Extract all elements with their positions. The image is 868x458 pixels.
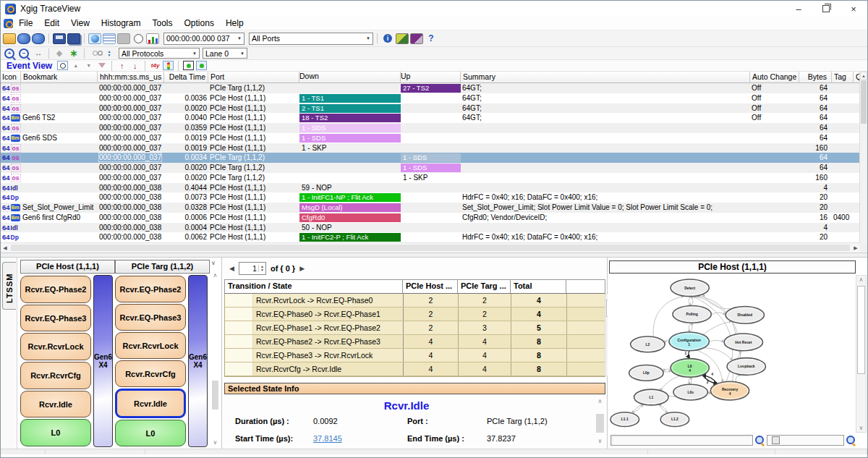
- scrollbar-thumb[interactable]: [596, 414, 604, 433]
- scroll-down-icon[interactable]: ▼: [83, 61, 94, 70]
- table-row[interactable]: 64os000:00:00.000_0370.0359PCIe Host (1,…: [1, 123, 867, 133]
- export-icon[interactable]: [17, 33, 30, 44]
- ltssm-state-rcvr-eq-phase3[interactable]: Rcvr.EQ-Phase3: [115, 304, 186, 331]
- table-row[interactable]: 64os000:00:00.000_0370.0019PCIe Host (1,…: [1, 143, 867, 153]
- scroll-left-arrow[interactable]: ◀: [1, 245, 9, 251]
- state-node-disabled[interactable]: Disabled: [726, 306, 764, 323]
- state-node-l0p[interactable]: L0p: [629, 365, 663, 381]
- menu-options[interactable]: Options: [179, 18, 220, 28]
- state-node-hot-reset[interactable]: Hot Reset: [724, 334, 762, 351]
- table-row[interactable]: 64Dp000:00:00.000_0380.0062PCIe Host (1,…: [1, 232, 867, 242]
- select-region-icon[interactable]: [57, 61, 68, 70]
- time-field[interactable]: 000:00:00.000 037▼: [163, 33, 244, 45]
- scroll-up-icon[interactable]: ∧: [595, 398, 605, 404]
- filter-icon[interactable]: [96, 61, 107, 70]
- page-spinner[interactable]: 1 ▲▼: [239, 262, 266, 275]
- state-node-l2[interactable]: L2: [631, 336, 665, 352]
- menu-edit[interactable]: Edit: [38, 18, 65, 28]
- ltssm-state-rcvr-eq-phase2[interactable]: Rcvr.EQ-Phase2: [115, 276, 186, 302]
- transition-column-header[interactable]: PCIe Host ...: [403, 280, 458, 293]
- transition-column-header[interactable]: Transition / State: [225, 280, 403, 293]
- info-value[interactable]: 37.8145: [313, 434, 407, 443]
- column-header-8[interactable]: Auto Change: [750, 72, 799, 82]
- scrollbar-thumb[interactable]: [11, 245, 850, 251]
- swap-icon[interactable]: ▲ ▼: [103, 48, 116, 59]
- table-row[interactable]: 64BmGen6 TS2000:00:00.000_0370.0040PCIe …: [1, 113, 867, 123]
- page-prev-icon[interactable]: ◀: [229, 265, 234, 272]
- protocols-select[interactable]: All Protocols▼: [119, 48, 200, 59]
- transition-row[interactable]: Rcvr.EQ-Phase3 -> Rcvr.RcvrLock448: [225, 349, 605, 362]
- chart-icon[interactable]: [146, 33, 159, 44]
- ltssm-state-rcvr-eq-phase3[interactable]: Rcvr.EQ-Phase3: [20, 305, 91, 332]
- table-row[interactable]: 64os000:00:00.000_0370.0020PCIe Host (1,…: [1, 103, 867, 114]
- spinner-arrows-icon[interactable]: ▲▼: [258, 265, 265, 272]
- column-header-6[interactable]: Up: [401, 72, 461, 82]
- state-node-l1-2[interactable]: L1.2: [660, 412, 689, 427]
- transition-row[interactable]: Rcvr.RcvrCfg -> Rcvr.Idle448: [225, 362, 605, 376]
- traffic-light-icon[interactable]: [163, 61, 174, 70]
- ltssm-tab[interactable]: LTSSM: [2, 262, 16, 310]
- scroll-down-icon[interactable]: ∨: [856, 425, 866, 431]
- table-row[interactable]: 64BmGen6 first CfgRd0000:00:00.000_0380.…: [1, 213, 867, 223]
- table-row[interactable]: 64os000:00:00.000_0370.0034PCIe Targ (1,…: [1, 153, 867, 163]
- snap-icon[interactable]: ∗: [67, 48, 80, 59]
- table-row[interactable]: 64Idl000:00:00.000_0380.0004PCIe Host (1…: [1, 223, 867, 233]
- diagram-pan-track[interactable]: [610, 435, 753, 446]
- table-row[interactable]: 64os000:00:00.000_0370.0036PCIe Host (1,…: [1, 93, 867, 103]
- tag-icon[interactable]: ◆: [53, 48, 66, 59]
- ltssm-state-rcvr-idle[interactable]: Rcvr.Idle: [20, 391, 91, 418]
- column-header-4[interactable]: Port: [208, 72, 299, 82]
- table-row[interactable]: 64Dp000:00:00.000_0380.0073PCIe Host (1,…: [1, 192, 867, 203]
- scroll-up-icon[interactable]: ∧: [210, 272, 220, 279]
- grid-view-icon[interactable]: [103, 33, 116, 44]
- ltssm-state-rcvr-rcvrcfg[interactable]: Rcvr.RcvrCfg: [20, 362, 91, 389]
- scroll-up-icon[interactable]: ∧: [856, 276, 866, 283]
- histogram-icon[interactable]: [410, 33, 423, 44]
- state-node-configuration[interactable]: Configuration1: [669, 332, 709, 351]
- close-button[interactable]: ×: [840, 1, 867, 17]
- scrollbar-thumb[interactable]: [857, 286, 865, 374]
- table-row[interactable]: 64os000:00:00.000_0370.0020PCIe Targ (1,…: [1, 163, 867, 173]
- state-node-recovery[interactable]: Recovery4: [710, 381, 749, 400]
- state-node-l1[interactable]: L1: [634, 389, 668, 405]
- column-header-0[interactable]: Icon: [1, 72, 21, 82]
- clock-icon[interactable]: [132, 33, 145, 44]
- menu-tools[interactable]: Tools: [147, 18, 179, 28]
- ltssm-state-rcvr-idle[interactable]: Rcvr.Idle: [115, 389, 186, 418]
- ltssm-scrollbar[interactable]: ∧ ∨: [210, 272, 220, 446]
- table-row[interactable]: 64BmGen6 SDS000:00:00.000_0370.0019PCIe …: [1, 133, 867, 143]
- zoom-in-icon[interactable]: [846, 436, 856, 445]
- scroll-right-arrow[interactable]: ▶: [851, 245, 860, 251]
- scroll-down-icon[interactable]: ∨: [595, 438, 605, 444]
- column-header-5[interactable]: Down: [299, 72, 401, 82]
- fit-width-icon[interactable]: ↔: [32, 48, 45, 59]
- zoom-slider-thumb[interactable]: [772, 436, 780, 444]
- search-icon[interactable]: [88, 48, 101, 59]
- table-row[interactable]: 64os000:00:00.000_037PCIe Targ (1,1,2)27…: [1, 83, 867, 93]
- table-row[interactable]: 64BmSet_Slot_Power_Limit000:00:00.000_03…: [1, 203, 867, 213]
- state-node-polling[interactable]: Polling: [673, 305, 711, 323]
- ltssm-state-rcvr-rcvrlock[interactable]: Rcvr.RcvrLock: [115, 332, 186, 359]
- diagram-scrollbar[interactable]: ∧ ∨: [856, 275, 867, 433]
- open-icon[interactable]: [3, 33, 16, 44]
- ports-select[interactable]: All Ports▼: [249, 33, 373, 45]
- transition-row[interactable]: Rcvr.EQ-Phase2 -> Rcvr.EQ-Phase3448: [225, 335, 605, 349]
- table-row[interactable]: 64Idl000:00:00.000_0380.4044PCIe Host (1…: [1, 183, 867, 193]
- zoom-in-icon[interactable]: +: [3, 48, 16, 59]
- column-header-9[interactable]: Bytes: [799, 72, 832, 82]
- transition-row[interactable]: Rcvr.EQ-Phase0 -> Rcvr.EQ-Phase1224: [225, 308, 605, 321]
- ltssm-state-diagram[interactable]: 124DetectPollingDisabledConfiguration1Ho…: [609, 275, 856, 432]
- column-header-2[interactable]: hhh:mm:ss.ms_us: [98, 72, 164, 82]
- zoom-out-icon[interactable]: [755, 436, 765, 445]
- column-header-7[interactable]: Summary: [461, 72, 750, 82]
- column-header-10[interactable]: Tag: [832, 72, 854, 82]
- ltssm-state-rcvr-eq-phase2[interactable]: Rcvr.EQ-Phase2: [20, 276, 91, 303]
- ltssm-state-rcvr-rcvrcfg[interactable]: Rcvr.RcvrCfg: [115, 360, 186, 387]
- vertical-scrollbar[interactable]: ▲: [859, 72, 867, 243]
- export-alt-icon[interactable]: [32, 33, 45, 44]
- jump-next-icon[interactable]: ↓: [129, 61, 140, 70]
- table-row[interactable]: 64os000:00:00.000_0370.0020PCIe Targ (1,…: [1, 173, 867, 183]
- transition-table-header[interactable]: Transition / StatePCIe Host ...PCIe Targ…: [224, 279, 605, 294]
- minimize-button[interactable]: –: [785, 1, 812, 17]
- scrollbar-thumb[interactable]: [212, 381, 218, 410]
